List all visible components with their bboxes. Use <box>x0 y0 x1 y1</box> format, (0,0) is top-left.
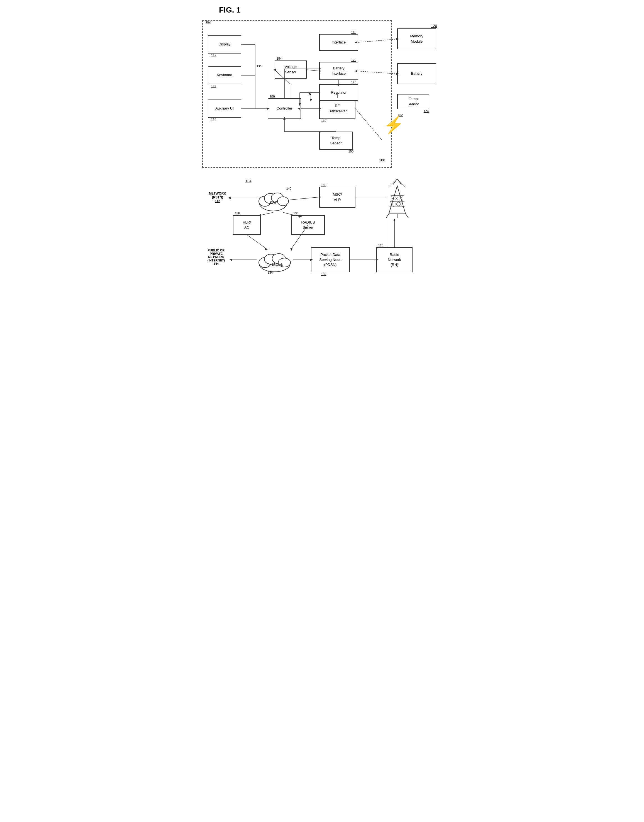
display-ref: 112 <box>211 53 216 57</box>
svg-marker-16 <box>389 186 406 214</box>
ref-144: 144 <box>256 64 262 68</box>
memory-module-ref: 120 <box>431 23 437 28</box>
radius-server-block: RADIUSServer 136 <box>291 215 325 235</box>
ip-network-cloud: IP Network 134 <box>256 249 293 274</box>
voltage-sensor-block: VoltageSensor 154 <box>274 60 307 78</box>
packet-data-block: Packet DataServing Node(PDSN) 132 <box>311 247 350 272</box>
ip-network-ref: 134 <box>268 271 273 274</box>
msc-vlr-block: MSC/VLR 130 <box>319 187 356 207</box>
svg-text:IP Network: IP Network <box>267 263 283 267</box>
voltage-label: V <box>309 92 311 96</box>
svg-line-32 <box>386 214 389 218</box>
battery-interface-ref: 122 <box>351 58 356 62</box>
hlr-ac-ref: 138 <box>235 211 240 215</box>
temp-sensor-right-ref: 124 <box>424 109 429 113</box>
top-section-ref: 102 <box>205 20 210 23</box>
temp-sensor-right-block: TempSensor 124 152 <box>397 94 429 109</box>
page-title: FIG. 1 <box>219 6 442 14</box>
ref-100: 100 <box>379 158 385 162</box>
svg-point-4 <box>278 197 288 206</box>
controller-ref: 106 <box>270 94 274 98</box>
voltage-sensor-ref: 154 <box>277 57 282 61</box>
radius-server-ref: 136 <box>293 211 298 215</box>
radio-network-ref: 128 <box>378 243 383 247</box>
packet-data-ref: 132 <box>321 272 326 276</box>
temp-sensor-bottom-block: TempSensor 150 <box>319 132 353 150</box>
interface-block: Interface 118 <box>319 34 358 51</box>
network-pstn-label: NETWORK (PSTN) 142 <box>205 192 230 203</box>
svg-line-14 <box>389 179 397 187</box>
temp-sensor-bottom-ref: 150 <box>348 149 353 154</box>
svg-line-13 <box>397 179 402 184</box>
radio-network-block: RadioNetwork(RN) 128 <box>376 247 412 272</box>
interface-ref: 118 <box>351 30 356 34</box>
ss7-cloud: SS7 140 <box>256 187 290 212</box>
battery-block: Battery <box>397 63 436 84</box>
regulator-ref: 126 <box>351 80 356 85</box>
auxiliary-ui-ref: 116 <box>211 117 216 121</box>
svg-line-80 <box>247 235 266 249</box>
controller-block: Controller 106 <box>268 98 301 119</box>
radio-tower-icon <box>383 178 411 220</box>
public-private-label: PUBLIC ORPRIVATENETWORK(INTERNET) 144 <box>202 249 230 265</box>
svg-line-74 <box>261 212 273 215</box>
msc-vlr-ref: 130 <box>321 183 326 187</box>
battery-interface-block: BatteryInterface 122 <box>319 62 358 80</box>
svg-line-15 <box>397 179 406 187</box>
network-pstn-ref: 142 <box>205 199 230 203</box>
rf-transceiver-block: RFTransceiver 108 110 <box>319 98 356 119</box>
keyboard-block: Keyboard 114 <box>208 66 241 84</box>
hlr-ac-block: HLR/AC 138 <box>233 215 261 235</box>
public-private-ref: 144 <box>202 262 230 265</box>
diagram-container: 102 100 Display 112 Keyboard 114 Auxilia… <box>202 20 442 327</box>
ss7-ref: 140 <box>286 187 291 190</box>
auxiliary-ui-block: Auxiliary UI 116 <box>208 100 241 118</box>
svg-line-12 <box>393 179 397 184</box>
keyboard-ref: 114 <box>211 84 216 88</box>
rf-transceiver-ref2: 110 <box>321 119 326 123</box>
bottom-section-ref: 104 <box>245 179 251 183</box>
svg-line-33 <box>406 214 408 218</box>
lightning-icon: ⚡ <box>383 115 404 135</box>
memory-module-block: MemoryModule 120 <box>397 28 436 49</box>
regulator-block: Regulator 126 <box>319 84 358 101</box>
svg-text:SS7: SS7 <box>270 200 277 205</box>
display-block: Display 112 <box>208 35 241 54</box>
svg-line-72 <box>290 197 319 200</box>
